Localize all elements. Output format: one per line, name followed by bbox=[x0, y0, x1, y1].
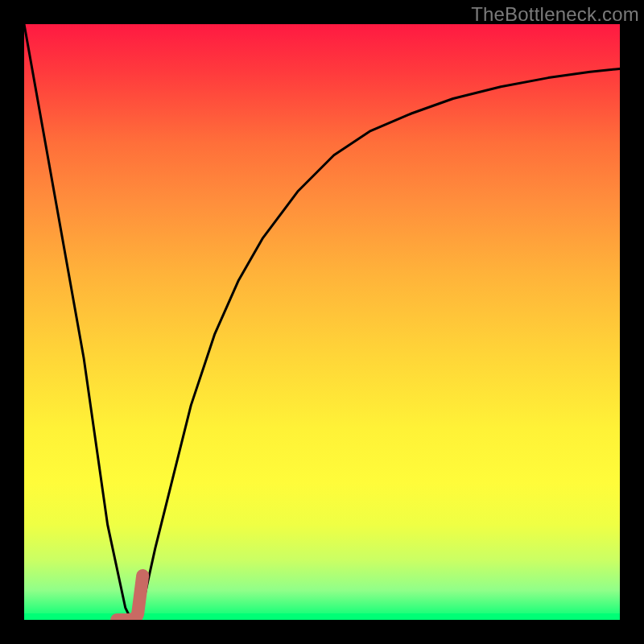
selection-marker bbox=[24, 24, 620, 620]
watermark-text: TheBottleneck.com bbox=[471, 3, 639, 26]
plot-area bbox=[24, 24, 620, 620]
chart-frame: TheBottleneck.com bbox=[0, 0, 644, 644]
